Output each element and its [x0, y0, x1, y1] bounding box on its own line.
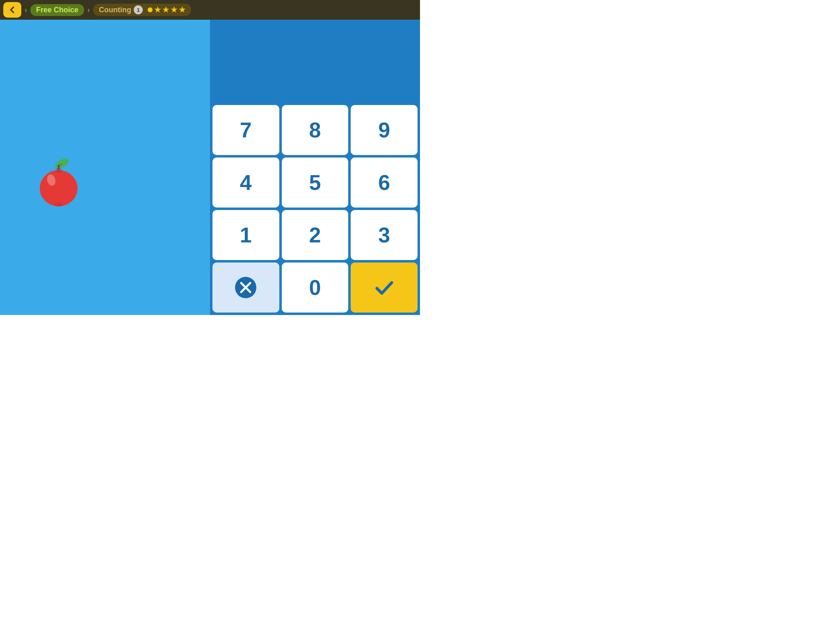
star-4: ★: [179, 5, 185, 14]
num-button-0[interactable]: 0: [282, 262, 349, 313]
svg-point-3: [40, 170, 78, 206]
num-button-2[interactable]: 2: [282, 210, 349, 260]
num-button-4[interactable]: 4: [212, 158, 279, 208]
svg-point-6: [55, 168, 62, 173]
num-button-9[interactable]: 9: [351, 105, 418, 155]
checkmark-icon: [373, 276, 396, 299]
num-button-6[interactable]: 6: [351, 158, 418, 208]
level-badge: 1: [134, 5, 143, 14]
star-1: ★: [154, 5, 161, 14]
breadcrumb-sep-1: ›: [25, 6, 27, 14]
right-panel: 7 8 9 4 5 6 1 2 3 0: [210, 20, 420, 315]
left-panel: [0, 20, 210, 315]
num-button-5[interactable]: 5: [282, 158, 349, 208]
x-circle-icon: [234, 276, 257, 299]
stars-area: ★ ★ ★ ★: [148, 5, 185, 14]
breadcrumb-free-choice[interactable]: Free Choice: [30, 4, 84, 16]
num-button-3[interactable]: 3: [351, 210, 418, 260]
breadcrumb-sep-2: ›: [87, 6, 90, 14]
free-choice-label: Free Choice: [36, 6, 78, 14]
apple-image: [34, 155, 83, 208]
breadcrumb-counting[interactable]: Counting 1 ★ ★ ★ ★: [93, 4, 191, 16]
svg-point-5: [55, 203, 63, 207]
counting-label: Counting: [99, 6, 131, 14]
star-2: ★: [162, 5, 169, 14]
star-3: ★: [171, 5, 177, 14]
back-button[interactable]: [3, 2, 21, 18]
main-content: 7 8 9 4 5 6 1 2 3 0: [0, 20, 420, 315]
dot-indicator: [148, 7, 153, 12]
clear-button[interactable]: [212, 262, 279, 313]
apple-container: [34, 155, 83, 210]
num-button-1[interactable]: 1: [212, 210, 279, 260]
num-button-8[interactable]: 8: [282, 105, 349, 155]
topbar: › Free Choice › Counting 1 ★ ★ ★ ★: [0, 0, 420, 20]
check-button[interactable]: [351, 262, 418, 313]
numpad: 7 8 9 4 5 6 1 2 3 0: [210, 103, 420, 315]
num-button-7[interactable]: 7: [212, 105, 279, 155]
